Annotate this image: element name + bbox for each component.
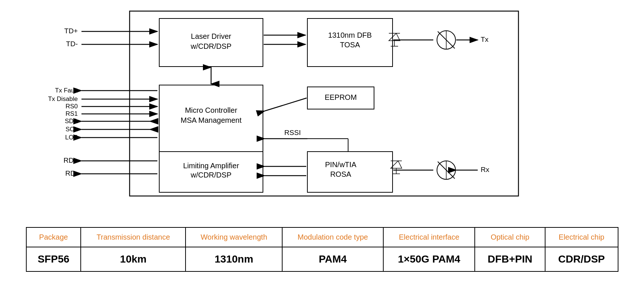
- svg-text:RD-: RD-: [65, 169, 78, 177]
- svg-text:EEPROM: EEPROM: [324, 93, 357, 101]
- cell-package: SFP56: [26, 247, 81, 271]
- svg-text:SCL: SCL: [65, 126, 77, 133]
- svg-text:Micro Controller: Micro Controller: [185, 106, 237, 114]
- svg-text:Limiting Amplifier: Limiting Amplifier: [183, 162, 239, 170]
- svg-text:TD-: TD-: [66, 40, 78, 48]
- svg-text:Tx Fault: Tx Fault: [55, 87, 78, 94]
- cell-wavelength: 1310nm: [186, 247, 282, 271]
- cell-optical-chip: DFB+PIN: [475, 247, 545, 271]
- svg-text:TD+: TD+: [64, 27, 77, 35]
- svg-text:RD+: RD+: [63, 156, 78, 164]
- col-header-wavelength: Working wavelength: [186, 227, 282, 247]
- block-diagram: Laser Driver w/CDR/DSP 1310nm DFB TOSA M…: [26, 7, 618, 216]
- col-header-electrical-chip: Electrical chip: [545, 227, 618, 247]
- col-header-electrical: Electrical interface: [383, 227, 475, 247]
- svg-line-39: [265, 98, 307, 111]
- svg-text:Tx Disable: Tx Disable: [48, 95, 77, 102]
- svg-text:MSA Management: MSA Management: [180, 116, 241, 124]
- col-header-modulation: Modulation code type: [282, 227, 383, 247]
- spec-table: Package Transmission distance Working wa…: [26, 227, 618, 272]
- svg-text:LOS: LOS: [65, 134, 77, 141]
- col-header-distance: Transmission distance: [81, 227, 186, 247]
- col-header-optical-chip: Optical chip: [475, 227, 545, 247]
- cell-modulation: PAM4: [282, 247, 383, 271]
- svg-text:RS0: RS0: [65, 103, 77, 110]
- svg-text:RS1: RS1: [65, 110, 77, 117]
- svg-text:1310nm DFB: 1310nm DFB: [328, 31, 372, 39]
- svg-text:SDA: SDA: [65, 118, 78, 125]
- cell-electrical-interface: 1×50G PAM4: [383, 247, 475, 271]
- svg-text:w/CDR/DSP: w/CDR/DSP: [190, 171, 231, 179]
- svg-text:Laser Driver: Laser Driver: [191, 32, 231, 40]
- svg-text:Tx: Tx: [481, 36, 489, 43]
- col-header-package: Package: [26, 227, 81, 247]
- cell-distance: 10km: [81, 247, 186, 271]
- svg-text:TOSA: TOSA: [340, 41, 360, 49]
- cell-electrical-chip: CDR/DSP: [545, 247, 618, 271]
- svg-text:Rx: Rx: [481, 166, 490, 173]
- svg-text:RSSI: RSSI: [284, 129, 300, 136]
- svg-text:ROSA: ROSA: [330, 170, 351, 178]
- svg-text:PIN/wTIA: PIN/wTIA: [325, 160, 356, 169]
- svg-text:w/CDR/DSP: w/CDR/DSP: [190, 42, 231, 50]
